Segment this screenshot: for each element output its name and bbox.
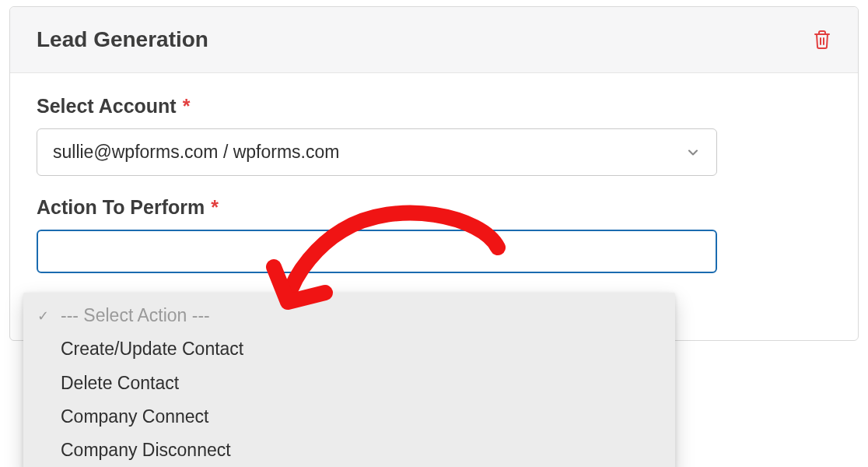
option-label: Create/Update Contact bbox=[61, 339, 243, 359]
required-indicator: * bbox=[211, 196, 219, 219]
action-to-perform-dropdown[interactable] bbox=[37, 230, 717, 273]
panel-title: Lead Generation bbox=[37, 27, 208, 52]
label-text: Select Account bbox=[37, 95, 177, 118]
option-label: Company Connect bbox=[61, 406, 209, 427]
lead-generation-panel: Lead Generation Select Account * sullie@… bbox=[9, 6, 859, 341]
action-option-create-update-contact[interactable]: Create/Update Contact bbox=[23, 332, 675, 366]
panel-header: Lead Generation bbox=[10, 7, 858, 73]
action-to-perform-label: Action To Perform * bbox=[37, 196, 831, 219]
action-to-perform-field: Action To Perform * bbox=[37, 196, 831, 273]
option-label: Company Disconnect bbox=[61, 440, 231, 460]
action-option-placeholder: ✓ --- Select Action --- bbox=[23, 299, 675, 332]
select-account-dropdown[interactable]: sullie@wpforms.com / wpforms.com bbox=[37, 128, 717, 176]
action-dropdown-menu: ✓ --- Select Action --- Create/Update Co… bbox=[23, 293, 675, 467]
select-account-value: sullie@wpforms.com / wpforms.com bbox=[53, 142, 339, 163]
check-icon: ✓ bbox=[37, 306, 49, 326]
trash-icon[interactable] bbox=[813, 30, 831, 50]
chevron-down-icon bbox=[685, 145, 701, 160]
label-text: Action To Perform bbox=[37, 196, 205, 219]
select-account-label: Select Account * bbox=[37, 95, 831, 118]
action-option-company-connect[interactable]: Company Connect bbox=[23, 400, 675, 434]
required-indicator: * bbox=[183, 95, 191, 118]
option-label: Delete Contact bbox=[61, 373, 179, 393]
select-account-field: Select Account * sullie@wpforms.com / wp… bbox=[37, 95, 831, 176]
action-option-delete-contact[interactable]: Delete Contact bbox=[23, 367, 675, 400]
action-option-company-disconnect[interactable]: Company Disconnect bbox=[23, 434, 675, 467]
option-label: --- Select Action --- bbox=[61, 305, 210, 325]
